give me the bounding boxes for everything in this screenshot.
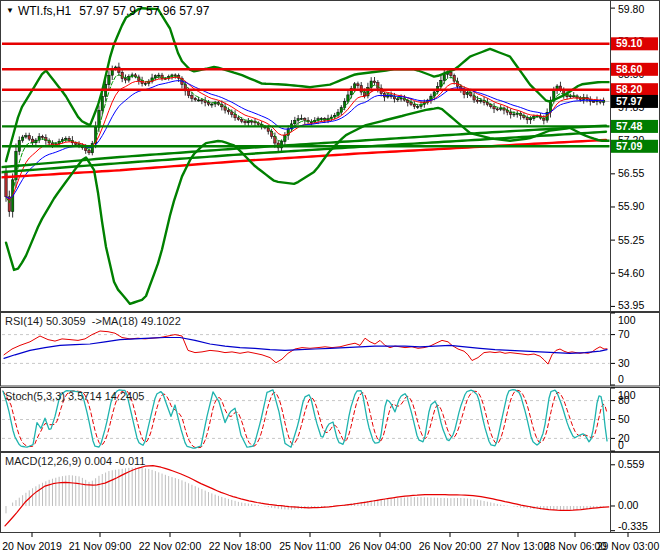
candle-body [493, 107, 495, 109]
macd-legend: MACD(12,26,9) 0.004 -0.011 [5, 455, 145, 467]
candle-body [204, 101, 206, 103]
dropdown-arrow-icon[interactable]: ▼ [6, 6, 14, 15]
candle-body [413, 104, 415, 106]
rsi-line [4, 331, 607, 364]
macd-histogram [6, 468, 604, 514]
candle-body [509, 112, 511, 114]
stoch-legend: Stoch(5,3,3) 3.5714 14.2405 [5, 390, 144, 402]
candle-body [194, 98, 196, 100]
candle-body [41, 136, 43, 137]
candle-body [496, 109, 498, 110]
candle-body [569, 96, 571, 97]
candle-body [443, 74, 445, 80]
ohlc-values: 57.97 57.97 57.96 57.97 [79, 4, 209, 18]
candle-body [231, 112, 233, 115]
candle-body [247, 121, 249, 123]
candle-body [476, 100, 478, 101]
candle-body [304, 119, 306, 121]
candle-body [486, 103, 488, 105]
candle-body [124, 79, 126, 81]
candle-body [373, 81, 375, 83]
candle-body [227, 110, 229, 112]
candle-body [244, 121, 246, 123]
candle-body [88, 151, 90, 153]
candle-body [28, 136, 30, 140]
price-plot-area[interactable] [0, 8, 610, 304]
candle-body [466, 93, 468, 95]
candle-body [300, 119, 302, 120]
price-axis[interactable] [611, 0, 660, 533]
candle-body [144, 83, 146, 84]
candle-body [480, 100, 482, 101]
chart-canvas[interactable]: 59.8059.1558.5057.8557.2056.5555.9055.25… [0, 0, 660, 560]
candle-body [5, 171, 7, 196]
candle-body [237, 118, 239, 120]
candle-body [201, 100, 203, 101]
candle-body [450, 72, 452, 75]
chart-window: 59.8059.1558.5057.8557.2056.5555.9055.25… [0, 0, 660, 560]
candle-body [108, 75, 110, 84]
candle-body [357, 84, 359, 86]
rsi-legend: RSI(14) 50.3059 ->MA(18) 49.1022 [5, 315, 181, 327]
candle-body [211, 104, 213, 105]
candle-body [400, 98, 402, 99]
candle-body [513, 114, 515, 115]
candle-body [154, 76, 156, 78]
candle-body [197, 100, 199, 101]
candle-body [347, 95, 349, 101]
candle-body [187, 91, 189, 96]
candle-body [526, 118, 528, 120]
candle-body [397, 99, 399, 100]
candle-body [207, 103, 209, 105]
macd-plot-area[interactable] [5, 466, 609, 526]
candle-body [529, 119, 531, 120]
candle-body [101, 96, 103, 110]
candle-body [25, 136, 27, 137]
candle-body [353, 84, 355, 89]
candle-body [65, 138, 67, 139]
candle-body [191, 96, 193, 99]
candle-body [592, 101, 594, 102]
candle-body [297, 119, 299, 121]
rsi-plot-area[interactable] [2, 331, 610, 364]
candle-body [416, 106, 418, 107]
time-axis[interactable] [0, 533, 660, 560]
candle-body [463, 91, 465, 95]
candle-body [21, 137, 23, 140]
candle-body [294, 120, 296, 123]
symbol-title: ▼WTI.fs,H157.97 57.97 57.96 57.97 [6, 4, 209, 18]
symbol-name: WTI.fs,H1 [18, 4, 71, 18]
candle-body [241, 119, 243, 121]
candle-body [158, 75, 160, 76]
